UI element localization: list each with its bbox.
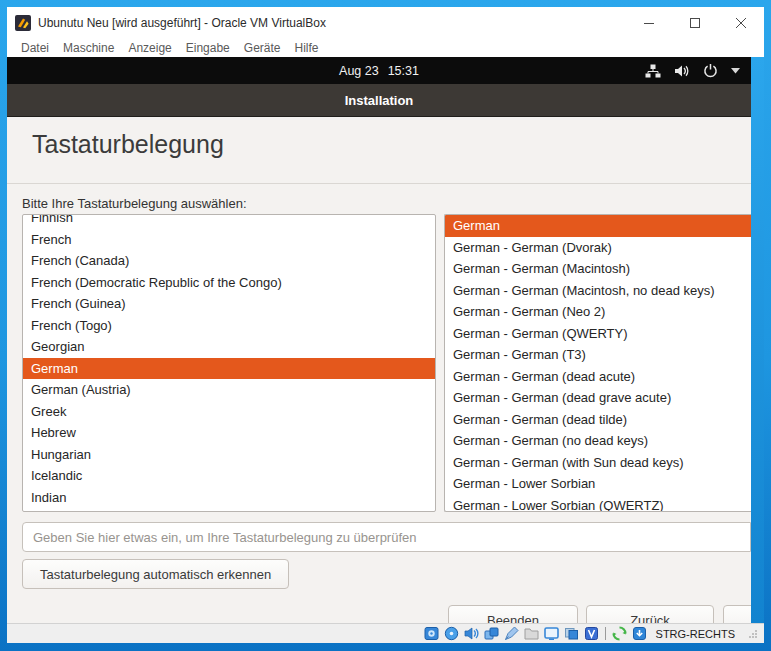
installation-title: Installation (345, 93, 414, 108)
instruction-label: Bitte Ihre Tastaturbelegung auswählen: (22, 196, 247, 211)
list-item[interactable]: German - German (dead acute) (445, 366, 751, 388)
power-icon[interactable] (703, 63, 718, 78)
list-item[interactable]: German (Austria) (23, 379, 435, 401)
menu-item[interactable]: Eingabe (179, 41, 237, 55)
close-button[interactable] (718, 7, 764, 38)
back-button[interactable]: Zurück (586, 605, 714, 623)
optical-disc-icon[interactable] (444, 626, 459, 641)
list-item[interactable]: German - German (dead tilde) (445, 409, 751, 431)
menu-item[interactable]: Hilfe (287, 41, 325, 55)
window-title: Ubunutu Neu [wird ausgeführt] - Oracle V… (38, 16, 326, 30)
divider (7, 183, 751, 184)
chevron-down-icon[interactable] (731, 68, 740, 74)
virtualbox-window: Ubunutu Neu [wird ausgeführt] - Oracle V… (0, 0, 771, 651)
minimize-button[interactable] (626, 7, 672, 38)
network-adapters-icon[interactable] (484, 626, 499, 641)
list-item[interactable]: German (23, 358, 435, 380)
list-item[interactable]: German - German (Macintosh) (445, 258, 751, 280)
next-button-partial[interactable] (723, 605, 751, 623)
list-item[interactable]: German - Lower Sorbian (445, 473, 751, 495)
host-key-label: STRG-RECHTS (656, 628, 735, 640)
menu-item[interactable]: Datei (14, 41, 56, 55)
installer-page: Tastaturbelegung Bitte Ihre Tastaturbele… (7, 118, 751, 623)
panel-clock[interactable]: Aug 23 15:31 (339, 57, 419, 84)
maximize-button[interactable] (672, 7, 718, 38)
resize-grip-icon[interactable] (748, 629, 758, 639)
network-icon[interactable] (645, 64, 661, 78)
menu-item[interactable]: Geräte (237, 41, 288, 55)
list-item[interactable]: German - German (Dvorak) (445, 237, 751, 259)
mouse-integration-icon[interactable] (612, 626, 627, 641)
display-icon[interactable] (544, 626, 559, 641)
ubuntu-top-panel: Aug 23 15:31 (7, 57, 751, 84)
hard-disk-icon[interactable] (424, 626, 439, 641)
list-item[interactable]: French (Democratic Republic of the Congo… (23, 272, 435, 294)
keyboard-layout-list[interactable]: FinnishFrenchFrench (Canada)French (Demo… (22, 214, 436, 512)
list-item[interactable]: French (23, 229, 435, 251)
list-item[interactable]: German - German (dead grave acute) (445, 387, 751, 409)
titlebar[interactable]: Ubunutu Neu [wird ausgeführt] - Oracle V… (7, 7, 764, 38)
detect-layout-button[interactable]: Tastaturbelegung automatisch erkennen (22, 559, 289, 589)
list-item[interactable]: French (Canada) (23, 250, 435, 272)
list-item[interactable]: German - Lower Sorbian (QWERTZ) (445, 495, 751, 513)
menu-item[interactable]: Maschine (56, 41, 121, 55)
list-item[interactable]: Finnish (23, 214, 435, 229)
keyboard-test-input[interactable] (22, 522, 751, 552)
host-window: Ubunutu Neu [wird ausgeführt] - Oracle V… (7, 7, 764, 643)
installation-header: Installation (7, 84, 751, 117)
statusbar-separator (605, 627, 606, 640)
list-item[interactable]: Hungarian (23, 444, 435, 466)
list-item[interactable]: German - German (no dead keys) (445, 430, 751, 452)
list-item[interactable]: Greek (23, 401, 435, 423)
host-keyboard-icon[interactable] (632, 626, 647, 641)
menubar: DateiMaschineAnzeigeEingabeGeräteHilfe (7, 38, 764, 57)
panel-time: 15:31 (388, 64, 419, 78)
vm-display: Aug 23 15:31 (7, 57, 764, 623)
list-item[interactable]: Indian (23, 487, 435, 509)
recording-icon[interactable] (564, 626, 579, 641)
audio-icon[interactable] (464, 626, 479, 641)
list-item[interactable]: German - German (Macintosh, no dead keys… (445, 280, 751, 302)
panel-date: Aug 23 (339, 64, 379, 78)
menu-item[interactable]: Anzeige (121, 41, 178, 55)
list-item[interactable]: German (445, 215, 751, 237)
statusbar: STRG-RECHTS (7, 623, 764, 643)
list-item[interactable]: German - German (Neo 2) (445, 301, 751, 323)
keyboard-variant-list[interactable]: GermanGerman - German (Dvorak)German - G… (444, 214, 751, 512)
quit-button[interactable]: Beenden (448, 605, 578, 623)
vbox-features-icon[interactable] (584, 626, 599, 641)
list-item[interactable]: Georgian (23, 336, 435, 358)
list-item[interactable]: German - German (QWERTY) (445, 323, 751, 345)
list-item[interactable]: German - German (with Sun dead keys) (445, 452, 751, 474)
list-item[interactable]: French (Togo) (23, 315, 435, 337)
list-item[interactable]: Icelandic (23, 465, 435, 487)
usb-icon[interactable] (504, 626, 519, 641)
page-title: Tastaturbelegung (32, 130, 224, 159)
virtualbox-vm-icon (15, 15, 31, 31)
list-item[interactable]: German - German (T3) (445, 344, 751, 366)
list-item[interactable]: Hebrew (23, 422, 435, 444)
volume-icon[interactable] (674, 64, 690, 78)
shared-folders-icon[interactable] (524, 626, 539, 641)
list-item[interactable]: French (Guinea) (23, 293, 435, 315)
